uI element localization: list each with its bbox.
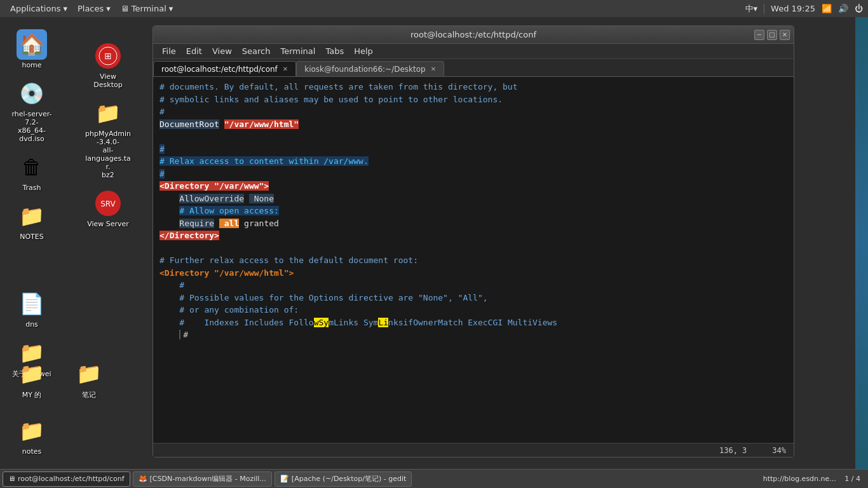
terminal-arrow: ▾ [169,4,173,13]
view-desktop-label: View Desktop [85,72,131,89]
datetime: Wed 19:25 [771,4,815,13]
code-line-4: DocumentRoot "/var/www/html" [159,118,787,131]
view-server-label: View Server [87,220,129,228]
dns-icon: 📄 [17,288,47,319]
trash-icon: 🗑 [17,152,47,182]
home-label: home [22,61,41,69]
desktop-icon-phpmyadmin[interactable]: 📁 phpMyAdmin-3.4.0-all-languages.tar.bz2 [83,95,133,182]
window-controls: − □ ✕ [754,30,790,40]
close-button[interactable]: ✕ [780,30,790,40]
trash-label: Trash [22,184,41,192]
require-keyword: Require [179,219,214,228]
dir-tag2-open: <Directory "/var/www/html"> [159,268,294,278]
phpmyadmin-icon: 📁 [93,98,123,128]
tab-1-close[interactable]: ✕ [283,65,288,72]
menu-file[interactable]: File [157,44,181,58]
volume-icon: 🔊 [838,4,848,13]
menu-terminal[interactable]: Terminal [275,44,320,58]
notes3-icon: 📁 [17,416,47,446]
terminal-title: root@localhost:/etc/httpd/conf [410,30,536,39]
rhel-icon: 💿 [17,78,47,109]
minimize-button[interactable]: − [754,30,764,40]
places-arrow: ▾ [106,4,111,13]
home-icon: 🏠 [17,29,47,60]
places-label: Places [78,4,104,13]
applications-label: Applications [10,4,60,13]
terminal-tabs: root@localhost:/etc/httpd/conf ✕ kiosk@f… [153,59,794,77]
code-line-16: <Directory "/var/www/html"> [159,267,787,280]
places-menu[interactable]: Places ▾ [72,0,116,17]
code-line-18: # Possible values for the Options direct… [159,292,787,304]
notes-label: NOTES [20,233,44,241]
tab-2-close[interactable]: ✕ [431,65,436,72]
desktop-icon-view-desktop[interactable]: ⊞ View Desktop [83,38,133,92]
input-indicator: 中▾ [745,3,758,15]
maximize-button[interactable]: □ [767,30,777,40]
desktop-icon-rhel[interactable]: 💿 rhel-server-7.2-x86_64-dvd.iso [6,76,57,146]
desktop-icon-view-server[interactable]: SRV View Server [83,186,133,231]
code-line-5 [159,130,787,143]
taskbar-url-area: http://blog.esdn.ne... 1 / 4 [763,475,865,483]
tab-2-label: kiosk@foundation66:~/Desktop [304,65,425,74]
search-highlight-2: Li [378,318,388,327]
desktop-icon-biji[interactable]: 📁 笔记 [64,356,114,402]
code-line-8: # [159,168,787,180]
wifi-icon: 📶 [822,4,832,13]
code-line-13: </Directory> [159,229,787,242]
tab-2[interactable]: kiosk@foundation66:~/Desktop ✕ [296,61,444,76]
cursor-line: # [179,330,188,339]
svg-text:⊞: ⊞ [104,51,112,61]
menu-view[interactable]: View [207,44,237,58]
terminal-menubar: File Edit View Search Terminal Tabs Help [153,44,794,59]
desktop-icon-trash[interactable]: 🗑 Trash [6,149,57,194]
terminal-titlebar: root@localhost:/etc/httpd/conf − □ ✕ [153,26,794,44]
terminal-content[interactable]: # documents. By default, all requests ar… [153,77,794,443]
taskbar-terminal[interactable]: 🖥 root@localhost:/etc/httpd/conf [3,471,130,487]
phpmyadmin-label: phpMyAdmin-3.4.0-all-languages.tar.bz2 [85,130,131,179]
desktop-icon-home[interactable]: 🏠 home [6,27,57,72]
allow-override: AllowOverride [179,194,244,203]
code-line-9: <Directory "/var/www"> [159,180,787,193]
menu-search[interactable]: Search [237,44,276,58]
desktop-icons-row-bottom: 📁 MY 的 📁 笔记 [6,356,114,402]
code-line-20: # Indexes Includes FollowSymLinks SymLin… [159,316,787,329]
cursor-position: 136, 3 [719,446,747,455]
taskbar-gedit-label: [Apache (~/Desktop/笔记) - gedit [292,474,406,484]
terminal-icon: 🖥 [121,4,129,13]
code-line-12: Require all granted [159,217,787,230]
comment-relax: # Relax access to content within /var/ww… [159,156,369,166]
menu-tabs[interactable]: Tabs [320,44,349,58]
desktop-icons-col2: ⊞ View Desktop 📁 phpMyAdmin-3.4.0-all-la… [83,38,133,231]
taskbar-url: http://blog.esdn.ne... [763,475,836,483]
desktop-icon-my[interactable]: 📁 MY 的 [6,356,57,402]
tab-1-label: root@localhost:/etc/httpd/conf [161,65,278,74]
code-line-17: # [159,279,787,292]
applications-menu[interactable]: Applications ▾ [5,0,72,17]
code-line-14 [159,242,787,255]
code-line-7: # Relax access to content within /var/ww… [159,155,787,168]
taskbar-firefox-icon: 🦊 [139,475,147,483]
taskbar: 🖥 root@localhost:/etc/httpd/conf 🦊 [CSDN… [0,469,868,488]
code-line-2: # symbolic links and aliases may be used… [159,93,787,106]
right-decorative-strip [855,17,868,469]
taskbar-terminal-icon: 🖥 [8,475,15,483]
code-line-10: AllowOverride None [159,193,787,205]
terminal-menu-btn[interactable]: 🖥 Terminal ▾ [116,0,178,17]
desktop-icon-dns[interactable]: 📄 dns [6,286,57,331]
desktop-icon-notes[interactable]: 📁 NOTES [6,198,57,243]
rhel-label: rhel-server-7.2-x86_64-dvd.iso [9,110,55,143]
code-line-3: # [159,105,787,118]
taskbar-terminal-label: root@localhost:/etc/httpd/conf [18,475,125,483]
menu-edit[interactable]: Edit [181,44,207,58]
menu-help[interactable]: Help [349,44,378,58]
scroll-percent: 34% [772,446,786,455]
power-icon: ⏻ [855,4,863,13]
tab-1[interactable]: root@localhost:/etc/httpd/conf ✕ [153,61,296,76]
desktop-icon-notes3[interactable]: 📁 notes [6,413,57,458]
code-line-11: # Allow open access: [159,205,787,217]
taskbar-gedit[interactable]: 📝 [Apache (~/Desktop/笔记) - gedit [275,471,412,487]
terminal-statusbar: 136, 3 34% [153,443,794,457]
taskbar-firefox[interactable]: 🦊 [CSDN-markdown编辑器 - Mozill... [133,471,272,487]
code-line-15: # Further relax access to the default do… [159,254,787,267]
code-line-6: # [159,143,787,156]
